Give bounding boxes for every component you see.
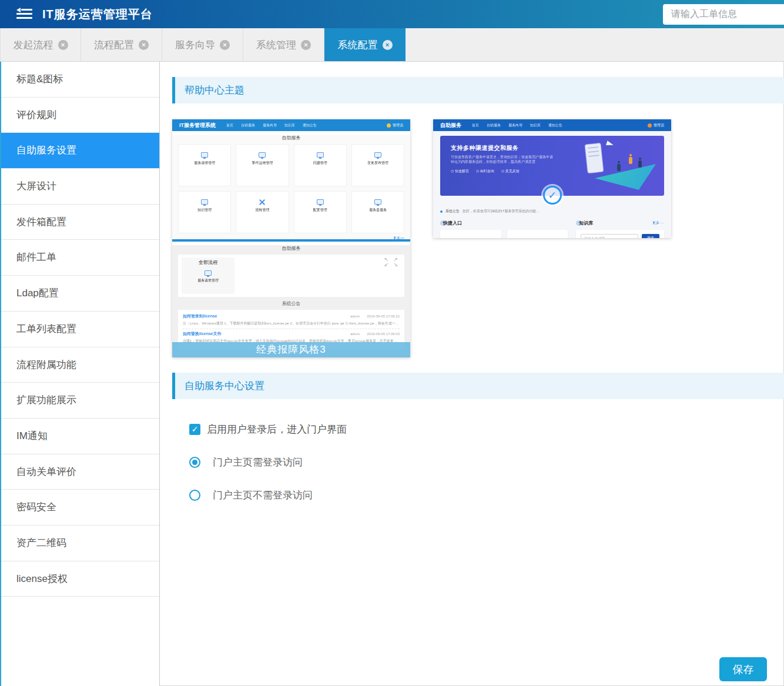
radio-unselected-icon[interactable] xyxy=(189,490,200,501)
main-content: 帮助中心主题 IT服务管理系统 首页 自助服务 服务向导 知识库 通知公告 xyxy=(160,62,784,686)
phone-icon xyxy=(585,143,604,173)
mini-user: 管理员 xyxy=(648,123,664,128)
monitor-icon xyxy=(374,199,381,205)
mini-search-button: 搜索 xyxy=(642,234,659,238)
radio-label: 门户主页需登录访问 xyxy=(213,456,303,469)
tab-close-icon[interactable]: × xyxy=(139,40,149,50)
mini-section-heading: 自助服务 xyxy=(172,245,410,252)
mini-flow-card: 全部流程 服务请求管理 xyxy=(182,257,234,294)
sidebar-item-ldap-config[interactable]: Ldap配置 xyxy=(1,276,159,312)
monitor-icon xyxy=(317,152,324,158)
radio-selected-icon[interactable] xyxy=(189,457,200,468)
theme-thumbnails: IT服务管理系统 首页 自助服务 服务向导 知识库 通知公告 管理员 xyxy=(172,119,784,357)
tab-service-guide[interactable]: 服务向导 × xyxy=(162,28,243,61)
sidebar-item-asset-qrcode[interactable]: 资产二维码 xyxy=(1,526,159,561)
tab-process-config[interactable]: 流程配置 × xyxy=(81,28,162,61)
portal-login-required-radio-row[interactable]: 门户主页需登录访问 xyxy=(189,456,784,469)
mini-knowledge-base: 知识库 更多···· 搜索 OA办公 行政管理 xyxy=(576,220,664,238)
mini-hero-banner: 支持多种渠道提交和服务 可快速查看客户服务申请历史，查询知识库；快速将用户服务申… xyxy=(440,136,664,196)
more-link: 更多···· xyxy=(652,220,664,226)
mini-announcement: 如何登录到license admin2019-09-05 17:06:22 注：… xyxy=(183,312,400,329)
section-header-selfservice-settings: 自助服务中心设置 xyxy=(172,373,784,399)
monitor-icon xyxy=(201,152,208,158)
sidebar-item-im-notify[interactable]: IM通知 xyxy=(1,419,159,454)
sidebar-item-license-auth[interactable]: license授权 xyxy=(1,561,159,597)
sidebar-item-ticket-list-config[interactable]: 工单列表配置 xyxy=(1,312,159,347)
search-input[interactable] xyxy=(663,4,784,25)
sidebar-item-extension-display[interactable]: 扩展功能展示 xyxy=(1,383,159,419)
theme-option-classic3[interactable]: IT服务管理系统 首页 自助服务 服务向导 知识库 通知公告 管理员 xyxy=(172,119,410,357)
mini-navbar: 自助服务 首页 自助服务 服务向导 知识库 通知公告 管理员 xyxy=(433,119,671,131)
mini-user: 管理员 xyxy=(387,123,403,128)
tab-label: 系统管理 xyxy=(256,38,296,52)
tab-system-manage[interactable]: 系统管理 × xyxy=(243,28,324,61)
mini-card: 事件运维管理 xyxy=(236,144,289,186)
avatar xyxy=(648,123,652,128)
mini-quick-card: 您可自定义服务 + xyxy=(507,230,568,238)
tab-bar: 发起流程 × 流程配置 × 服务向导 × 系统管理 × 系统配置 × xyxy=(0,28,784,62)
enable-portal-after-login-row[interactable]: ✓ 启用用户登录后，进入门户界面 xyxy=(189,423,784,436)
sidebar-item-outbox-config[interactable]: 发件箱配置 xyxy=(1,205,159,240)
mini-navbar: IT服务管理系统 首页 自助服务 服务向导 知识库 通知公告 管理员 xyxy=(172,119,410,131)
sidebar-item-bigscreen-design[interactable]: 大屏设计 xyxy=(1,169,159,205)
app-title: IT服务运营管理平台 xyxy=(42,6,153,22)
monitor-icon xyxy=(374,152,381,158)
mini-card: 配置管理 xyxy=(294,191,347,233)
tab-close-icon[interactable]: × xyxy=(301,40,311,50)
tab-label: 服务向导 xyxy=(175,38,215,52)
menu-toggle-icon[interactable] xyxy=(16,9,32,19)
sidebar-item-selfservice-settings[interactable]: 自助服务设置 xyxy=(1,133,159,169)
save-button[interactable]: 保存 xyxy=(719,657,767,681)
mini-section-heading: 自助服务 xyxy=(178,135,404,141)
sidebar-item-title-icon[interactable]: 标题&图标 xyxy=(1,62,159,98)
sidebar-item-auto-close-rating[interactable]: 自动关单评价 xyxy=(1,454,159,490)
mini-card: 服务器服务 xyxy=(351,191,404,233)
app-window: IT服务运营管理平台 发起流程 × 流程配置 × 服务向导 × 系统管理 × 系… xyxy=(0,0,784,686)
tab-close-icon[interactable]: × xyxy=(220,40,230,50)
tab-label: 流程配置 xyxy=(94,38,134,52)
monitor-icon xyxy=(317,199,324,205)
section-header-help-theme: 帮助中心主题 xyxy=(172,77,784,103)
avatar xyxy=(387,123,391,128)
fullscreen-expand-icon: ↖ ↗↙ ↘ xyxy=(384,257,400,267)
theme-option-portal[interactable]: 自助服务 首页 自助服务 服务向导 知识库 通知公告 管理员 xyxy=(433,119,671,238)
monitor-icon xyxy=(259,152,266,158)
bullet-icon xyxy=(440,210,443,213)
theme-caption: 经典报障风格3 xyxy=(172,342,410,357)
tools-icon xyxy=(259,199,266,205)
mini-card: 服务请求管理 xyxy=(178,144,231,186)
mini-quick-card: 111 + xyxy=(440,230,501,238)
mini-card: 知识管理 xyxy=(178,191,231,233)
tab-label: 发起流程 xyxy=(14,38,53,52)
box-icon xyxy=(201,199,208,205)
checkbox-label: 启用用户登录后，进入门户界面 xyxy=(207,423,347,436)
sidebar: 标题&图标 评价规则 自助服务设置 大屏设计 发件箱配置 邮件工单 Ldap配置… xyxy=(0,62,160,686)
tab-close-icon[interactable]: × xyxy=(383,40,393,50)
top-header: IT服务运营管理平台 xyxy=(0,0,784,28)
section-title: 帮助中心主题 xyxy=(185,83,244,97)
checkmark-badge-icon: ✓ xyxy=(543,186,562,205)
mini-quick-entry: 快捷入口 111 + 您可自定义服务 xyxy=(440,220,568,238)
mini-card: 变更发布管理 xyxy=(351,144,404,186)
sidebar-item-rating-rules[interactable]: 评价规则 xyxy=(1,98,159,133)
sidebar-item-process-extra[interactable]: 流程附属功能 xyxy=(1,347,159,383)
mini-search-input xyxy=(581,234,638,238)
tab-close-icon[interactable]: × xyxy=(58,40,68,50)
monitor-icon xyxy=(205,270,212,276)
section-title: 自助服务中心设置 xyxy=(185,379,264,393)
tab-label: 系统配置 xyxy=(338,38,378,52)
tab-system-config[interactable]: 系统配置 × xyxy=(324,28,406,61)
hero-illustration xyxy=(570,142,658,192)
sidebar-item-password-security[interactable]: 密码安全 xyxy=(1,490,159,526)
radio-label: 门户主页不需登录访问 xyxy=(213,488,313,502)
mini-announce-heading: 系统公告 xyxy=(172,300,410,307)
mini-card: 问题管理 xyxy=(294,144,347,186)
portal-login-not-required-radio-row[interactable]: 门户主页不需登录访问 xyxy=(189,488,784,502)
paper-plane-icon xyxy=(606,140,614,147)
tab-start-process[interactable]: 发起流程 × xyxy=(0,28,81,61)
mini-card: 巡检管理 xyxy=(236,191,289,233)
mini-more-link: 更多>> xyxy=(178,236,404,241)
checkbox-checked-icon[interactable]: ✓ xyxy=(189,424,200,435)
sidebar-item-mail-ticket[interactable]: 邮件工单 xyxy=(1,240,159,276)
